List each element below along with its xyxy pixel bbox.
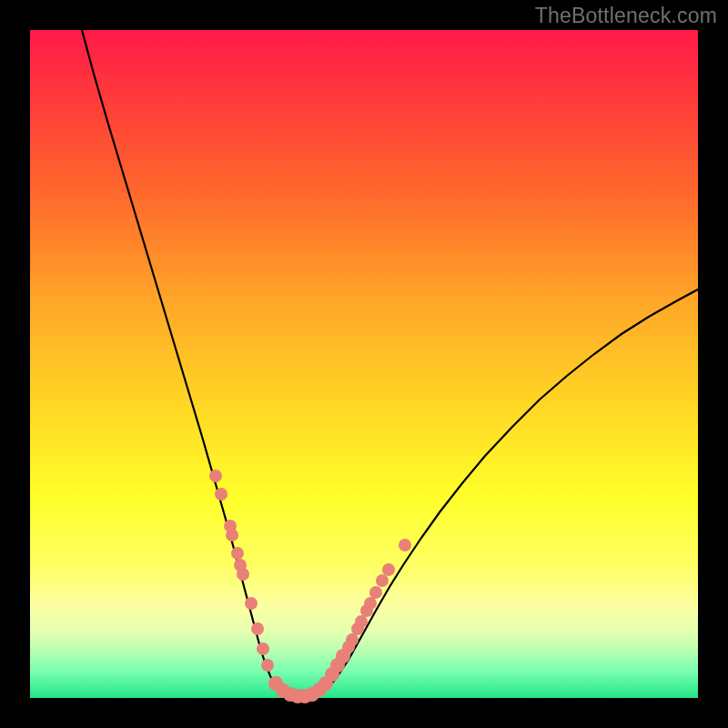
marker-dot: [245, 597, 258, 610]
marker-dot: [257, 642, 269, 655]
marker-dot: [355, 615, 368, 628]
chart-frame: TheBottleneck.com: [0, 0, 728, 728]
marker-dot: [215, 488, 228, 500]
watermark-text: TheBottleneck.com: [535, 4, 717, 28]
bottleneck-curve: [82, 30, 698, 698]
chart-svg: [30, 30, 698, 698]
marker-dot: [364, 597, 377, 610]
markers-group: [209, 470, 411, 703]
marker-dot: [376, 574, 389, 587]
marker-dot: [382, 563, 395, 576]
marker-dot: [346, 633, 359, 646]
marker-dot: [251, 622, 264, 635]
marker-dot: [226, 529, 238, 541]
marker-dot: [209, 470, 222, 482]
marker-dot: [231, 547, 244, 560]
marker-dot: [369, 586, 382, 599]
plot-area: [30, 30, 698, 698]
marker-dot: [399, 539, 411, 551]
marker-dot: [261, 659, 274, 672]
marker-dot: [237, 568, 249, 581]
